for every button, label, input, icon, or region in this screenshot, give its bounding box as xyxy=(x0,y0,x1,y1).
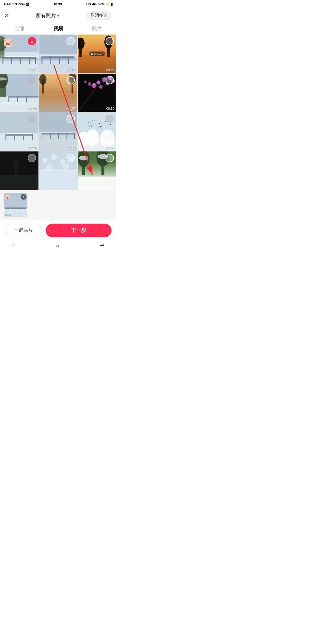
svg-point-56 xyxy=(99,85,103,89)
album-name: 所有照片 xyxy=(36,12,56,19)
svg-point-58 xyxy=(93,83,95,85)
selection-circle-1[interactable]: 1 xyxy=(28,37,36,45)
svg-rect-102 xyxy=(78,177,116,190)
duration-4: 00:14 xyxy=(28,107,37,110)
svg-rect-84 xyxy=(0,175,38,190)
network-type: 4G xyxy=(92,2,97,6)
format-factory-badge: 🐼 格式工厂 xyxy=(89,52,105,56)
charging-icon: ⚡ xyxy=(106,2,110,6)
selection-circle-5[interactable] xyxy=(66,76,75,84)
grid-item-9[interactable]: 00:03 xyxy=(78,112,116,151)
status-left: 4G·ll 359.7K/s 叠 xyxy=(4,2,29,7)
close-button[interactable]: × xyxy=(5,12,9,19)
svg-point-40 xyxy=(39,74,47,85)
svg-point-89 xyxy=(43,158,47,163)
svg-rect-21 xyxy=(42,55,75,56)
svg-point-51 xyxy=(97,80,101,84)
selection-circle-12[interactable] xyxy=(106,154,114,162)
bottom-action-bar: 一键成片 下一步 xyxy=(0,220,116,241)
tab-video[interactable]: 视频 xyxy=(39,23,78,34)
header: × 所有照片 ▾ 取消多选 xyxy=(0,8,116,23)
svg-rect-112 xyxy=(5,207,26,208)
auto-generate-button[interactable]: 一键成片 xyxy=(5,224,42,237)
battery-icon: ▮ xyxy=(111,2,113,6)
selected-pig-icon: 🐷 xyxy=(5,194,11,200)
grid-item-12[interactable] xyxy=(78,151,116,190)
grid-item-7[interactable]: 00:14 xyxy=(0,112,38,151)
menu-icon[interactable]: ≡ xyxy=(12,242,15,248)
home-icon[interactable]: ⌂ xyxy=(56,242,59,248)
hd-badge: HD xyxy=(86,2,91,6)
cancel-multi-select-button[interactable]: 取消多选 xyxy=(86,11,112,20)
selected-item-1[interactable]: 🐷 × 00:17 xyxy=(4,193,27,217)
svg-rect-16 xyxy=(42,56,75,58)
navigation-bar: ≡ ⌂ ↩ xyxy=(0,241,116,250)
network-signal: 4G·ll xyxy=(4,2,11,6)
speed-indicator: 359.7K/s xyxy=(12,2,25,6)
header-title[interactable]: 所有照片 ▾ xyxy=(36,12,59,19)
svg-rect-63 xyxy=(6,134,32,136)
duration-5: 00:07 xyxy=(67,107,76,110)
duration-8: 00:30 xyxy=(67,146,76,149)
svg-point-90 xyxy=(51,154,57,160)
pig-emoji-icon: 🐷 xyxy=(3,38,13,47)
grid-item-5[interactable]: 00:07 xyxy=(39,74,78,112)
svg-point-50 xyxy=(88,82,92,86)
grid-item-10[interactable] xyxy=(0,151,38,190)
grid-item-2[interactable]: 00:17 xyxy=(39,35,78,73)
svg-rect-77 xyxy=(42,132,75,133)
grid-item-3[interactable]: 🐼 格式工厂 00:01 xyxy=(78,35,116,73)
svg-point-98 xyxy=(79,156,89,160)
selection-circle-4[interactable] xyxy=(28,76,36,84)
svg-rect-3 xyxy=(3,57,35,59)
svg-rect-88 xyxy=(39,169,78,190)
app-icon: 叠 xyxy=(26,2,29,7)
battery-level: 59% xyxy=(98,2,104,6)
svg-point-86 xyxy=(13,160,20,170)
tab-all[interactable]: 全部 xyxy=(0,23,39,34)
selection-circle-7[interactable] xyxy=(28,115,36,123)
selection-circle-10[interactable] xyxy=(28,154,36,162)
duration-3: 00:01 xyxy=(106,68,114,72)
svg-point-55 xyxy=(84,80,87,83)
svg-point-94 xyxy=(62,163,69,170)
chevron-down-icon: ▾ xyxy=(57,13,59,18)
time: 16:33 xyxy=(53,2,62,6)
selection-circle-3[interactable] xyxy=(106,37,114,45)
selection-circle-6[interactable] xyxy=(106,76,114,84)
svg-point-82 xyxy=(100,130,115,147)
media-grid: 🐷 1 00:17 00:17 xyxy=(0,35,116,190)
svg-rect-34 xyxy=(9,96,38,97)
svg-point-59 xyxy=(103,78,105,80)
svg-rect-68 xyxy=(6,133,32,134)
grid-item-6[interactable]: 00:50 xyxy=(78,74,116,112)
tab-bar: 全部 视频 图片 xyxy=(0,23,116,35)
selected-items-strip: 🐷 × 00:17 xyxy=(0,190,116,220)
next-step-button[interactable]: 下一步 xyxy=(46,224,112,237)
subtitle-4: 平和恬淡一切何必情绪… xyxy=(2,102,28,105)
duration-7: 00:14 xyxy=(28,146,37,149)
grid-item-11[interactable] xyxy=(39,151,78,190)
selected-duration-1: 00:17 xyxy=(5,213,12,216)
grid-item-1[interactable]: 🐷 1 00:17 xyxy=(0,35,38,73)
duration-1: 00:17 xyxy=(28,68,37,72)
media-grid-wrapper: 🐷 1 00:17 00:17 xyxy=(0,35,116,190)
svg-rect-9 xyxy=(3,56,35,57)
duration-6: 00:50 xyxy=(106,107,114,110)
grid-item-8[interactable]: 00:30 xyxy=(39,112,78,151)
grid-item-4[interactable]: 平和恬淡一切何必情绪… 00:14 xyxy=(0,74,38,112)
duration-2: 00:17 xyxy=(67,68,76,72)
svg-rect-12 xyxy=(1,55,2,57)
tab-image[interactable]: 图片 xyxy=(78,23,116,34)
duration-9: 00:03 xyxy=(106,146,114,149)
status-bar: 4G·ll 359.7K/s 叠 16:33 HD 4G 59% ⚡ ▮ xyxy=(0,0,116,8)
back-icon[interactable]: ↩ xyxy=(100,242,104,249)
status-right: HD 4G 59% ⚡ ▮ xyxy=(86,2,113,6)
svg-point-93 xyxy=(46,164,53,171)
svg-point-81 xyxy=(86,129,99,146)
